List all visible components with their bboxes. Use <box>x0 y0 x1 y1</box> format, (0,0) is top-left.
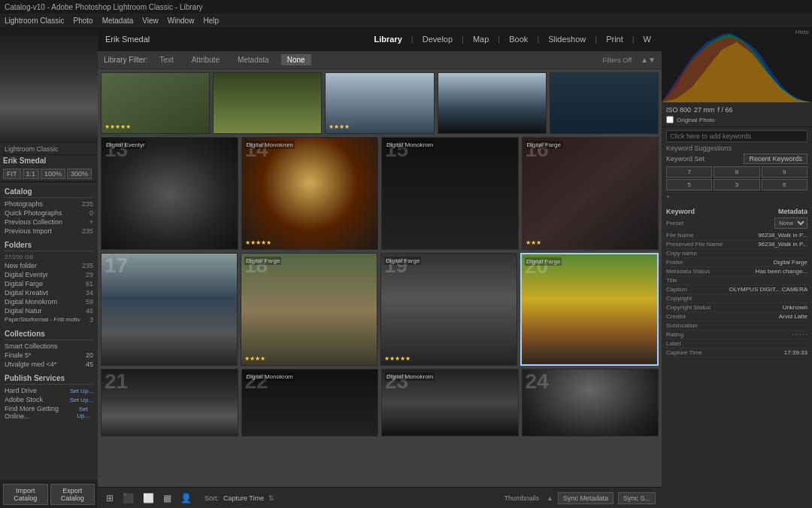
kw-btn-8[interactable]: 8 <box>714 166 759 178</box>
thumb-cell-18[interactable]: 18 Digital Farge ★★★★ <box>241 253 377 366</box>
metadata-section-label2: Metadata <box>778 208 807 215</box>
thumb-stars: ★★★★ <box>244 355 265 362</box>
zoom-1to1[interactable]: 1:1 <box>23 169 40 179</box>
menu-lightroom[interactable]: Lightroom Classic <box>5 17 64 25</box>
module-map[interactable]: Map <box>470 33 492 45</box>
meta-creator: Creator Arvid Latte <box>666 312 807 321</box>
module-develop[interactable]: Develop <box>420 33 456 45</box>
kw-btn-5[interactable]: 5 <box>666 179 712 190</box>
module-slideshow[interactable]: Slideshow <box>545 33 589 45</box>
sync-settings-button[interactable]: Sync S... <box>618 492 656 504</box>
sync-metadata-button[interactable]: Sync Metadata <box>558 492 614 504</box>
zoom-100[interactable]: 100% <box>41 169 65 179</box>
metadata-area: Keyword Metadata Preset None File Name 9… <box>662 205 812 508</box>
photo-grid[interactable]: ★★★★★ ★★★★ 13 <box>98 69 662 487</box>
keywords-plus[interactable]: + <box>666 193 807 200</box>
module-print[interactable]: Print <box>603 33 626 45</box>
thumb-cell[interactable] <box>213 72 322 134</box>
collection-utvalgte[interactable]: Utvalgte med <4*45 <box>5 360 93 369</box>
folder-natur[interactable]: Digital Natur46 <box>5 306 93 315</box>
kw-btn-7[interactable]: 7 <box>666 166 712 178</box>
keyword-input[interactable] <box>666 130 807 142</box>
module-w[interactable]: W <box>641 33 654 45</box>
setup-adobe-stock-button[interactable]: Set Up... <box>70 397 93 403</box>
people-view-button[interactable]: 👤 <box>178 491 194 505</box>
folder-monokrom[interactable]: Digital Monokrom59 <box>5 297 93 306</box>
smart-collections[interactable]: Smart Collections <box>5 342 93 351</box>
thumb-cell-22[interactable]: 22 Digital Monokrom <box>241 369 379 437</box>
folder-papir[interactable]: Papir/Storformat - Fritt motiv3 <box>5 315 93 324</box>
keyword-set-selector[interactable]: Recent Keywords <box>744 154 807 164</box>
folder-farge[interactable]: Digital Farge61 <box>5 279 93 288</box>
filter-tab-text[interactable]: Text <box>153 54 179 65</box>
original-photo-checkbox[interactable] <box>666 116 674 123</box>
module-library[interactable]: Library <box>371 33 405 45</box>
thumb-cell-24[interactable]: 24 <box>522 369 659 437</box>
folder-eventyr[interactable]: Digital Eventyr29 <box>5 270 93 279</box>
folder-kreativt[interactable]: Digital Kreativt34 <box>5 288 93 297</box>
menu-photo[interactable]: Photo <box>73 17 92 25</box>
meta-caption: Caption OLYMPUS DIGIT... CAMERA <box>666 285 807 294</box>
thumb-cell-17[interactable]: 17 <box>101 253 238 366</box>
menu-view[interactable]: View <box>142 17 159 25</box>
grid-view-button[interactable]: ⊞ <box>104 491 116 505</box>
filter-tab-none[interactable]: None <box>281 54 311 65</box>
preset-selector[interactable]: None <box>774 217 807 229</box>
catalog-prev-import[interactable]: Previous Import 235 <box>5 227 93 236</box>
thumb-cell-21[interactable]: 21 <box>101 369 238 437</box>
filter-tab-attribute[interactable]: Attribute <box>186 54 226 65</box>
thumb-cell-16[interactable]: 16 Digital Farge ★★★ <box>522 137 659 250</box>
thumb-stars: ★★★★★ <box>384 355 411 362</box>
center-panel: Erik Smedal Library | Develop | Map | Bo… <box>98 27 662 508</box>
keyword-set-row: Keyword Set Recent Keywords <box>666 154 807 164</box>
grid-row-3: 17 18 Digital Farge ★★★★ 19 Digital Farg… <box>101 253 659 366</box>
menu-help[interactable]: Help <box>203 17 219 25</box>
meta-title: Title <box>666 276 807 285</box>
menu-window[interactable]: Window <box>168 17 195 25</box>
collection-finale[interactable]: Finale 5*20 <box>5 351 93 360</box>
meta-folder: Folder Digital Farge <box>666 258 807 267</box>
meta-copyright: Copyright <box>666 294 807 303</box>
compare-view-button[interactable]: ⬜ <box>141 491 156 505</box>
thumb-cell[interactable] <box>438 72 547 134</box>
survey-view-button[interactable]: ▦ <box>161 491 174 505</box>
folder-new[interactable]: New folder235 <box>5 261 93 270</box>
thumb-cell-23[interactable]: 23 Digital Monokrom <box>381 369 519 437</box>
thumb-category: Digital Farge <box>244 257 281 265</box>
filter-arrow[interactable]: ▲▼ <box>641 56 656 64</box>
thumb-cell[interactable] <box>550 72 659 134</box>
menu-metadata[interactable]: Metadata <box>102 17 134 25</box>
sort-value[interactable]: Capture Time <box>223 494 264 502</box>
kw-btn-3[interactable]: 3 <box>714 179 759 190</box>
zoom-300[interactable]: 300% <box>67 169 92 179</box>
keyword-set-label: Keyword Set <box>666 155 704 163</box>
thumb-cell-14[interactable]: 14 Digital Monokrom ★★★★★ <box>241 137 379 250</box>
import-catalog-button[interactable]: Import Catalog <box>3 484 48 505</box>
setup-hard-drive-button[interactable]: Set Up... <box>70 388 93 394</box>
thumb-cell-15[interactable]: 15 Digital Monokrom <box>381 137 519 250</box>
kw-btn-9[interactable]: 9 <box>762 166 807 178</box>
catalog-header: Catalog <box>5 185 93 198</box>
module-book[interactable]: Book <box>506 33 531 45</box>
catalog-prev-collection[interactable]: Previous Collection + <box>5 217 93 227</box>
thumbs-arrow[interactable]: ▲ <box>547 494 553 502</box>
filter-tab-metadata[interactable]: Metadata <box>232 54 275 65</box>
metadata-preset-row: Preset None <box>666 217 807 229</box>
sort-arrow[interactable]: ⇅ <box>268 494 274 502</box>
user-name-label: Erik Smedal <box>0 155 98 166</box>
setup-other-button[interactable]: Set Up... <box>74 406 93 419</box>
catalog-quick[interactable]: Quick Photographs 0 <box>5 208 93 217</box>
left-bottom-buttons: Import Catalog Export Catalog <box>0 480 98 508</box>
thumb-cell-20[interactable]: 20 Digital Farge <box>520 253 659 366</box>
export-catalog-button[interactable]: Export Catalog <box>50 484 95 505</box>
zoom-fit[interactable]: FIT <box>3 169 21 179</box>
thumb-cell-13[interactable]: 13 Digital Eventyr <box>101 137 238 250</box>
thumb-cell[interactable]: ★★★★ <box>325 72 434 134</box>
thumb-cell[interactable]: ★★★★★ <box>101 72 210 134</box>
meta-status: Metadata Status Has been change... <box>666 267 807 276</box>
loupe-view-button[interactable]: ⬛ <box>120 491 136 505</box>
thumb-cell-19[interactable]: 19 Digital Farge ★★★★★ <box>380 253 517 366</box>
catalog-photographs[interactable]: Photographs 235 <box>5 199 93 208</box>
catalog-section: Catalog Photographs 235 Quick Photograph… <box>0 182 98 424</box>
kw-btn-6[interactable]: 6 <box>762 179 807 190</box>
